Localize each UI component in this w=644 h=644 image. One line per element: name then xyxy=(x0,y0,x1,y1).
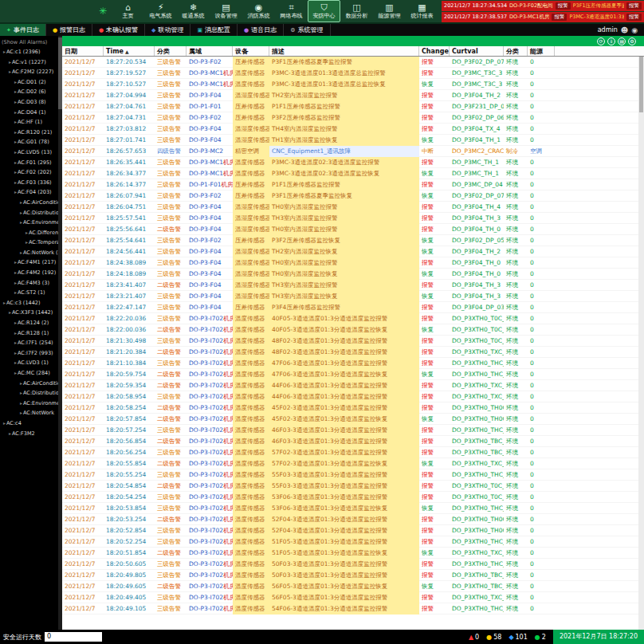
tree-expand-icon[interactable]: ▸ xyxy=(3,49,6,54)
log-row[interactable]: 2021/12/718:21:10.384三级告警DO-P3-I702机房温度传… xyxy=(62,358,644,369)
log-row[interactable]: 2021/12/718:20:56.254三级告警DO-P3-I702机房温度传… xyxy=(62,447,644,458)
column-header-desc[interactable]: 描述 xyxy=(269,46,419,56)
log-row[interactable]: 2021/12/718:20:49.805三级告警DO-P3-I702机房温度传… xyxy=(62,570,644,581)
log-row[interactable]: 2021/12/718:27:04.761三级告警DO-P1-F01压差传感器P… xyxy=(62,101,644,112)
tree-expand-icon[interactable]: ▸ xyxy=(14,259,17,265)
tree-expand-icon[interactable]: ▸ xyxy=(14,320,17,325)
settings-button[interactable]: ⚙ xyxy=(628,37,636,45)
log-row[interactable]: 2021/12/718:26:35.441三级告警DO-P3-MC1机房温度传感… xyxy=(62,157,644,168)
tree-node[interactable]: ▸AC:TemperatureAndHumidity xyxy=(2,238,62,248)
nav-item-hvac[interactable]: ❄暖通系统 xyxy=(177,0,210,22)
tree-node[interactable]: ▸AC:Distribution (253) xyxy=(2,208,62,218)
tree-node[interactable]: ▸AC:R124 (2) xyxy=(2,318,62,328)
tree-expand-icon[interactable]: ▸ xyxy=(14,169,17,175)
log-row[interactable]: 2021/12/718:20:56.854二级告警DO-P3-I702机房温度传… xyxy=(62,436,644,447)
tree-expand-icon[interactable]: ▸ xyxy=(9,59,11,65)
tree-node[interactable]: ▸AC:c3 (1442) xyxy=(2,298,62,308)
log-row[interactable]: 2021/12/718:26:07.941三级告警DO-P3-F02压差传感器P… xyxy=(62,190,644,202)
tree-expand-icon[interactable]: ▸ xyxy=(9,69,11,74)
nav-item-fire[interactable]: ◉消防系统 xyxy=(242,0,275,22)
tab-voice-log[interactable]: ●语音日志 xyxy=(238,24,284,36)
tab-event-log[interactable]: ✦事件日志 xyxy=(0,24,46,36)
log-row[interactable]: 2021/12/718:20:57.254三级告警DO-P3-I702机房温度传… xyxy=(62,425,644,436)
log-row[interactable]: 2021/12/718:27:03.812三级告警DO-P3-F04温湿度传感器… xyxy=(62,124,644,135)
refresh-button[interactable]: ⟳ xyxy=(597,37,605,45)
log-row[interactable]: 2021/12/718:20:57.854二级告警DO-P3-I702机房温度传… xyxy=(62,414,644,425)
log-row[interactable]: 2021/12/718:20:58.954三级告警DO-P3-I702机房温度传… xyxy=(62,391,644,402)
tree-expand-icon[interactable]: ▸ xyxy=(20,199,22,205)
tree-expand-icon[interactable]: ▸ xyxy=(14,139,17,144)
tree-node[interactable]: ▸AC:LVD3 (1) xyxy=(2,358,62,368)
tab-unacked-alarms[interactable]: ●未确认报警 xyxy=(92,24,145,36)
tree-expand-icon[interactable]: ▸ xyxy=(14,340,17,345)
log-row[interactable]: 2021/12/718:25:56.641二级告警DO-P3-F04温湿度传感器… xyxy=(62,224,644,235)
tree-node[interactable]: ▸AC:MC (284) xyxy=(2,368,62,379)
tree-node[interactable]: ▸AC:F2M2 (2227) xyxy=(2,67,62,77)
log-row[interactable]: 2021/12/718:20:52.854三级告警DO-P3-I702机房温度传… xyxy=(62,525,644,536)
tree-node[interactable]: ▸AC:Environment xyxy=(2,399,62,409)
log-row[interactable]: 2021/12/718:20:53.254二级告警DO-P3-I702机房温度传… xyxy=(62,514,644,525)
tree-expand-icon[interactable]: ▸ xyxy=(20,249,22,255)
log-row[interactable]: 2021/12/718:22:00.036二级告警DO-P3-I702机房温度传… xyxy=(62,324,644,336)
log-row[interactable]: 2021/12/718:27:04.731三级告警DO-P3-F02压差传感器P… xyxy=(62,112,644,124)
log-row[interactable]: 2021/12/718:24:38.089三级告警DO-P3-F04温湿度传感器… xyxy=(62,257,644,269)
tree-expand-icon[interactable]: ▸ xyxy=(3,300,6,305)
table-scrollbar-thumb[interactable] xyxy=(639,57,643,112)
power-icon[interactable]: ◉ xyxy=(631,26,638,34)
log-row[interactable]: 2021/12/718:27:10.527三级告警DO-P3-MC1机房温度传感… xyxy=(62,79,644,90)
export-button[interactable]: ⇓ xyxy=(607,37,615,45)
tab-linkage[interactable]: ◆联动管理 xyxy=(145,24,190,36)
tree-expand-icon[interactable]: ▸ xyxy=(14,189,17,194)
column-header-curtval[interactable]: Curtval xyxy=(450,46,504,56)
log-row[interactable]: 2021/12/718:20:59.754二级告警DO-P3-I702机房温度传… xyxy=(62,369,644,380)
tree-node[interactable]: ▸AC:LVD5 (13) xyxy=(2,147,62,158)
log-row[interactable]: 2021/12/718:27:20.534三级告警DO-P3-F02压差传感器P… xyxy=(62,57,644,68)
alarm-ticker-row[interactable]: 2021/12/7 18:27:38.537DO-P3-MC1机房报警P3MC-… xyxy=(442,12,644,22)
log-row[interactable]: 2021/12/718:27:04.994三级告警DO-P3-F04温湿度传感器… xyxy=(62,90,644,101)
tree-expand-icon[interactable]: ▸ xyxy=(20,219,22,225)
tree-node[interactable]: ▸AC:F4M1 (217) xyxy=(2,257,62,268)
tree-node[interactable]: ▸AC:F03 (336) xyxy=(2,178,62,188)
tree-node[interactable]: ▸AC:D03 (8) xyxy=(2,97,62,108)
tree-node[interactable]: ▸AC:F04 (203) xyxy=(2,187,62,198)
nav-item-home[interactable]: ⌂主页 xyxy=(112,0,144,22)
log-row[interactable]: 2021/12/718:22:20.036三级告警DO-P3-I702机房温度传… xyxy=(62,313,644,324)
tree-node[interactable]: ▸AC:c4 xyxy=(2,418,62,429)
tree-expand-icon[interactable]: ▸ xyxy=(14,179,17,185)
tree-node[interactable]: ▸AC:c1 (2396) xyxy=(2,47,62,57)
tree-node[interactable]: ▸AC:D02 (6) xyxy=(2,87,62,97)
log-row[interactable]: 2021/12/718:20:54.254三级告警DO-P3-I702机房温度传… xyxy=(62,492,644,503)
print-button[interactable]: ▤ xyxy=(618,37,626,45)
table-scrollbar[interactable] xyxy=(638,57,644,630)
tree-node[interactable]: ▸AC:X3F3 (1442) xyxy=(2,308,62,318)
tree-node[interactable]: ▸AC:v1 (1227) xyxy=(2,57,62,68)
user-box[interactable]: admin ☻ ◉ xyxy=(591,24,644,36)
tree-expand-icon[interactable]: ▸ xyxy=(9,309,11,315)
log-row[interactable]: 2021/12/718:20:51.854二级告警DO-P3-I702机房温度传… xyxy=(62,548,644,559)
tree-expand-icon[interactable]: ▸ xyxy=(9,430,11,436)
log-row[interactable]: 2021/12/718:20:59.354二级告警DO-P3-I702机房温度传… xyxy=(62,380,644,391)
tree-expand-icon[interactable]: ▸ xyxy=(14,330,17,336)
tree-node[interactable]: ▸AC:AirConditioner xyxy=(2,379,62,389)
log-row[interactable]: 2021/12/718:20:49.105三级告警DO-P3-I702机房温度传… xyxy=(62,603,644,615)
log-row[interactable]: 2021/12/718:20:53.854三级告警DO-P3-I702机房温度传… xyxy=(62,503,644,514)
column-header-device[interactable]: 设备 xyxy=(233,46,269,56)
log-row[interactable]: 2021/12/718:23:21.407三级告警DO-P3-F04温湿度传感器… xyxy=(62,291,644,302)
tree-title[interactable]: (Show All Alarms) xyxy=(2,37,62,47)
column-header-category[interactable]: 分类 xyxy=(155,46,187,56)
tree-expand-icon[interactable]: ▸ xyxy=(14,159,17,165)
tree-node[interactable]: ▸AC:NetWork (2) xyxy=(2,248,62,258)
counter-info[interactable]: ◆101 xyxy=(509,634,527,641)
log-row[interactable]: 2021/12/718:20:54.854二级告警DO-P3-I702机房温度传… xyxy=(62,481,644,492)
tree-expand-icon[interactable]: ▸ xyxy=(3,420,6,426)
log-row[interactable]: 2021/12/718:20:49.405三级告警DO-P3-I702机房温度传… xyxy=(62,592,644,603)
tree-expand-icon[interactable]: ▸ xyxy=(14,79,17,84)
tab-system-admin[interactable]: ⚙系统管理 xyxy=(284,24,330,36)
tree-expand-icon[interactable]: ▸ xyxy=(14,269,17,275)
tree-node[interactable]: ▸AC:R120 (21) xyxy=(2,128,62,138)
log-row[interactable]: 2021/12/718:26:14.377三级告警DO-P1-F01机房压差传感… xyxy=(62,179,644,190)
log-row[interactable]: 2021/12/718:20:58.254二级告警DO-P3-I702机房温度传… xyxy=(62,402,644,414)
log-row[interactable]: 2021/12/718:20:49.605二级告警DO-P3-I702机房温度传… xyxy=(62,581,644,592)
tree-node[interactable]: ▸AC:DifferentialPressureS xyxy=(2,228,62,238)
tree-node[interactable]: ▸AC:D01 (2) xyxy=(2,77,62,88)
